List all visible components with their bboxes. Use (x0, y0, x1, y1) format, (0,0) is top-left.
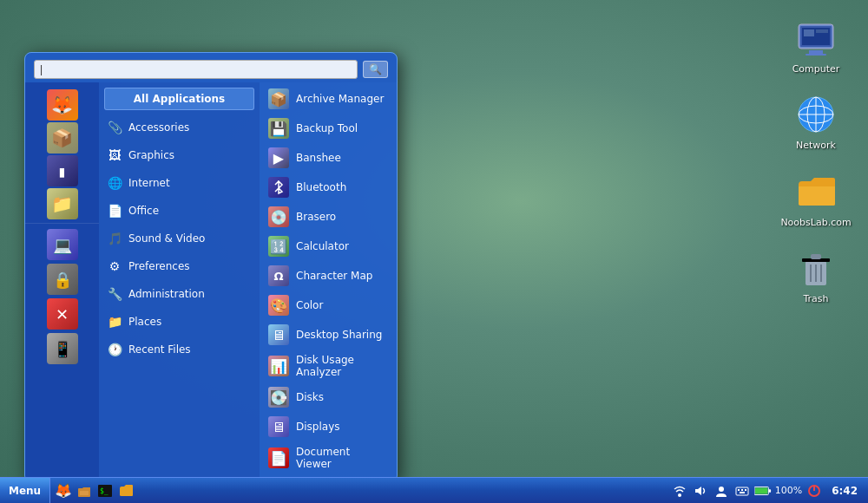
svg-text:$_: $_ (100, 487, 108, 495)
brasero-icon: 💿 (268, 206, 289, 227)
trash-icon-label: Trash (800, 292, 831, 306)
category-internet[interactable]: 🌐 Internet (99, 169, 260, 197)
desktop-icon-noobslab[interactable]: NoobsLab.com (781, 171, 851, 230)
taskbar: Menu 🦊 $_ (0, 477, 868, 503)
taskbar-menu-button[interactable]: Menu (0, 478, 50, 503)
backup-tool-icon: 💾 (268, 118, 289, 139)
internet-icon: 🌐 (106, 174, 123, 192)
shutdown-tray-icon[interactable] (806, 482, 823, 500)
svg-rect-28 (740, 492, 745, 493)
menu-search-bar: 🔍 (25, 53, 397, 82)
category-sound-video[interactable]: 🎵 Sound & Video (99, 225, 260, 252)
desktop-icon-network[interactable]: Network (781, 94, 851, 153)
app-color[interactable]: 🎨 Color (260, 291, 397, 320)
category-accessories[interactable]: 📎 Accessories (99, 114, 260, 141)
category-internet-label: Internet (128, 177, 170, 189)
app-disks[interactable]: 💽 Disks (260, 382, 397, 412)
taskbar-terminal-icon[interactable]: $_ (95, 481, 115, 500)
category-sound-video-label: Sound & Video (128, 232, 205, 245)
taskbar-folder-icon[interactable] (116, 481, 135, 500)
taskbar-right: 100% 6:42 (671, 482, 868, 500)
svg-rect-31 (768, 489, 771, 493)
preferences-icon: ⚙ (106, 258, 123, 275)
svg-rect-27 (745, 489, 746, 491)
dock-vbox[interactable]: 💻 (47, 229, 78, 260)
dock-files[interactable]: 📦 (47, 122, 78, 154)
sound-video-icon: 🎵 (106, 230, 123, 247)
app-character-map-label: Character Map (296, 270, 372, 282)
category-preferences-label: Preferences (128, 260, 190, 272)
app-bluetooth[interactable]: Bluetooth (260, 173, 397, 202)
app-displays[interactable]: 🖥 Displays (260, 412, 397, 441)
category-office[interactable]: 📄 Office (99, 197, 260, 225)
menu-categories: All Applications 📎 Accessories 🖼 Graphic… (99, 82, 260, 481)
dock-lock[interactable]: 🔒 (47, 264, 78, 295)
dock-firefox[interactable]: 🦊 (47, 89, 78, 121)
app-banshee[interactable]: ▶ Banshee (260, 143, 397, 173)
app-disks-label: Disks (296, 391, 324, 403)
app-displays-label: Displays (296, 421, 339, 433)
app-document-viewer[interactable]: 📄 Document Viewer (260, 441, 397, 474)
displays-icon: 🖥 (268, 416, 289, 437)
app-desktop-sharing[interactable]: 🖥 Desktop Sharing (260, 320, 397, 349)
folder-icon (795, 171, 837, 212)
svg-rect-14 (811, 254, 821, 259)
desktop-icon-computer[interactable]: Computer (781, 17, 851, 76)
app-calculator-label: Calculator (296, 240, 349, 252)
app-archive-manager[interactable]: 📦 Archive Manager (260, 84, 397, 114)
taskbar-firefox-icon[interactable]: 🦊 (54, 481, 73, 500)
dock-remove[interactable]: ✕ (47, 298, 78, 330)
taskbar-files-icon[interactable] (75, 481, 94, 500)
battery-tray-icon[interactable] (754, 482, 772, 500)
app-bluetooth-label: Bluetooth (296, 181, 346, 193)
app-brasero-label: Brasero (296, 211, 336, 223)
desktop: 🔍 🦊 📦 ▮ 📁 (0, 0, 868, 503)
all-applications-button[interactable]: All Applications (104, 88, 254, 110)
dock-folder[interactable]: 📁 (47, 188, 78, 219)
network-tray-icon[interactable] (671, 482, 688, 500)
category-administration[interactable]: 🔧 Administration (99, 280, 260, 308)
svg-rect-25 (738, 489, 740, 491)
search-input[interactable] (34, 60, 358, 79)
category-places[interactable]: 📁 Places (99, 308, 260, 336)
taskbar-launchers: 🦊 $_ (50, 481, 139, 500)
computer-icon-label: Computer (790, 62, 843, 76)
svg-rect-5 (804, 29, 814, 36)
app-character-map[interactable]: Ω Character Map (260, 261, 397, 291)
desktop-icon-trash[interactable]: Trash (781, 247, 851, 306)
app-disk-usage-analyzer[interactable]: 📊 Disk Usage Analyzer (260, 349, 397, 382)
svg-rect-19 (80, 491, 89, 495)
network-icon (795, 94, 837, 135)
color-icon: 🎨 (268, 295, 289, 316)
category-graphics[interactable]: 🖼 Graphics (99, 141, 260, 169)
app-brasero[interactable]: 💿 Brasero (260, 202, 397, 232)
dock-phone[interactable]: 📱 (47, 333, 78, 364)
trash-icon (795, 247, 837, 289)
app-calculator[interactable]: 🔢 Calculator (260, 232, 397, 261)
dock-terminal[interactable]: ▮ (47, 155, 78, 186)
app-desktop-sharing-label: Desktop Sharing (296, 329, 382, 341)
svg-rect-6 (816, 29, 828, 33)
banshee-icon: ▶ (268, 147, 289, 168)
recent-files-icon: 🕐 (106, 341, 123, 358)
svg-point-22 (678, 493, 681, 497)
volume-tray-icon[interactable] (692, 482, 709, 500)
network-icon-label: Network (793, 139, 838, 153)
office-icon: 📄 (106, 202, 123, 219)
user-tray-icon[interactable] (713, 482, 730, 500)
category-recent-files-label: Recent Files (128, 343, 191, 356)
app-document-viewer-label: Document Viewer (296, 446, 388, 470)
calculator-icon: 🔢 (268, 236, 289, 257)
search-button[interactable]: 🔍 (363, 61, 388, 78)
category-preferences[interactable]: ⚙ Preferences (99, 252, 260, 280)
keyboard-tray-icon[interactable] (733, 482, 751, 500)
app-menu: 🔍 🦊 📦 ▮ 📁 (24, 52, 398, 482)
disks-icon: 💽 (268, 387, 289, 408)
svg-rect-30 (755, 487, 768, 493)
category-recent-files[interactable]: 🕐 Recent Files (99, 336, 260, 363)
app-backup-tool[interactable]: 💾 Backup Tool (260, 114, 397, 143)
accessories-icon: 📎 (106, 119, 123, 136)
category-administration-label: Administration (128, 288, 205, 300)
app-backup-tool-label: Backup Tool (296, 122, 358, 134)
category-places-label: Places (128, 316, 161, 328)
